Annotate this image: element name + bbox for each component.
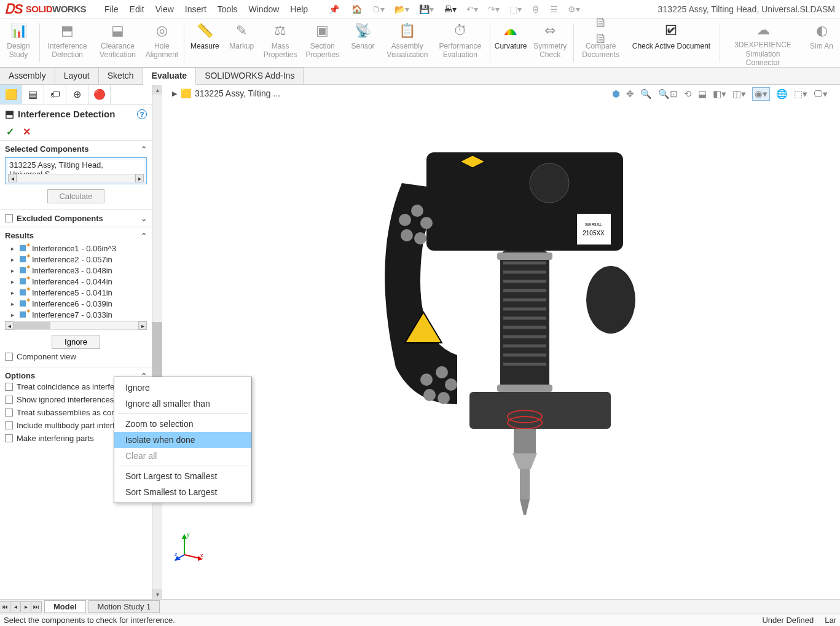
ctx-ignore[interactable]: Ignore (114, 380, 251, 396)
select-icon[interactable]: ⬚▾ (509, 4, 522, 14)
result-item[interactable]: ▸Interference7 - 0.033in (5, 309, 147, 320)
ribbon-performance-evaluation[interactable]: ⏱Performance Evaluation (433, 18, 487, 67)
ribbon-markup[interactable]: ✎Markup (223, 18, 260, 67)
view-orientation-icon[interactable]: ⬢ (612, 88, 620, 100)
chevron-up-icon[interactable]: ⌃ (141, 232, 147, 240)
breadcrumb-expand-icon[interactable]: ▶ (172, 90, 177, 98)
viewport-split-icon[interactable]: 🖵▾ (814, 88, 828, 100)
zoom-area-icon[interactable]: 🔍 (640, 88, 652, 100)
ribbon-measure[interactable]: 📏Measure (186, 18, 223, 67)
scroll-up-icon[interactable]: ▴ (152, 85, 162, 95)
scroll-right-icon[interactable]: ▸ (135, 174, 144, 182)
zoom-window-icon[interactable]: 🔍⊡ (658, 88, 678, 100)
view-cube-icon[interactable]: ◧▾ (713, 88, 726, 100)
ribbon-sensor[interactable]: 📡Sensor (345, 18, 382, 67)
nav-last-icon[interactable]: ⏭ (31, 601, 42, 612)
section-view-icon[interactable]: ⬓ (698, 88, 707, 100)
ribbon-mass-properties[interactable]: ⚖Mass Properties (260, 18, 300, 67)
property-manager-panel: 🟨 ▤ 🏷 ⊕ 🔴 ⬒ Interference Detection ? ✓ ✕… (0, 85, 152, 599)
nav-prev-icon[interactable]: ◂ (10, 601, 21, 612)
appearances-icon[interactable]: 🌐 (776, 88, 788, 100)
help-icon[interactable]: ? (137, 109, 147, 119)
ribbon-assembly-visualization[interactable]: 📋Assembly Visualization (382, 18, 434, 67)
zoom-fit-icon[interactable]: ✥ (626, 88, 634, 100)
calculate-button[interactable]: Calculate (47, 189, 104, 203)
selection-hscrollbar[interactable]: ◂ ▸ (8, 174, 144, 182)
pin-icon[interactable]: 📌 (329, 4, 339, 14)
ctx-ignore-smaller[interactable]: Ignore all smaller than (114, 396, 251, 412)
ribbon-compare-documents[interactable]: 🗎🗎Compare Documents (576, 18, 626, 67)
display-manager-icon[interactable]: 🔴 (88, 85, 111, 104)
opt-make-interfering-checkbox[interactable] (5, 434, 13, 442)
display-style-icon[interactable]: ◫▾ (732, 88, 746, 100)
ctx-sort-smallest[interactable]: Sort Smallest to Largest (114, 484, 251, 500)
opt-show-ignored-checkbox[interactable] (5, 396, 13, 404)
ribbon-hole-alignment[interactable]: ◎Hole Alignment (143, 18, 181, 67)
ribbon-clearance-verification[interactable]: ⬓Clearance Verification (93, 18, 143, 67)
rebuild-icon[interactable]: 🛢 (532, 4, 540, 14)
panel-vscrollbar[interactable]: ▴ ▾ (152, 85, 162, 599)
opt-coincidence-checkbox[interactable] (5, 383, 13, 391)
menu-insert[interactable]: Insert (185, 4, 206, 14)
ribbon-design-study[interactable]: 📊Design Study (0, 18, 37, 67)
home-icon[interactable]: 🏠 (351, 4, 362, 14)
tab-layout[interactable]: Layout (55, 68, 99, 84)
ignore-button[interactable]: Ignore (52, 335, 100, 349)
selected-components-list[interactable]: 313225 Assy, Tilting Head, Universal.S ◂… (5, 157, 147, 184)
chevron-up-icon[interactable]: ⌃ (141, 145, 147, 154)
nav-next-icon[interactable]: ▸ (20, 601, 31, 612)
ctx-isolate-when-done[interactable]: Isolate when done (114, 432, 251, 448)
bottom-tab-motion-study[interactable]: Motion Study 1 (88, 600, 160, 613)
print-icon[interactable]: 🖶▾ (444, 4, 457, 14)
scroll-down-icon[interactable]: ▾ (152, 589, 162, 599)
nav-first-icon[interactable]: ⏮ (0, 601, 10, 612)
scene-icon[interactable]: ◉▾ (752, 87, 770, 101)
feature-manager-icon[interactable]: 🟨 (0, 85, 22, 104)
ribbon-3dexperience[interactable]: ☁︎3DEXPERIENCE Simulation Connector (723, 18, 803, 67)
property-manager-icon[interactable]: ▤ (22, 85, 44, 104)
config-manager-icon[interactable]: 🏷 (44, 85, 66, 104)
component-view-checkbox[interactable] (5, 353, 13, 361)
graphics-viewport[interactable]: ▶ 🟨 313225 Assy, Tilting ... ⬢ ✥ 🔍 🔍⊡ ⟲ … (162, 85, 840, 599)
results-hscrollbar[interactable]: ◂ ▸ (5, 321, 147, 330)
menu-window[interactable]: Window (249, 4, 280, 14)
dimxpert-icon[interactable]: ⊕ (66, 85, 88, 104)
tab-addins[interactable]: SOLIDWORKS Add-Ins (196, 68, 304, 84)
bottom-tab-model[interactable]: Model (44, 600, 86, 613)
breadcrumb-label[interactable]: 313225 Assy, Tilting ... (195, 88, 280, 98)
ctx-sort-largest[interactable]: Sort Largest to Smallest (114, 468, 251, 484)
ribbon-check-active-document[interactable]: 🗹Check Active Document (625, 18, 717, 67)
scroll-right-icon[interactable]: ▸ (138, 321, 147, 330)
opt-multibody-checkbox[interactable] (5, 421, 13, 429)
ribbon-interference-detection[interactable]: ⬒Interference Detection (42, 18, 93, 67)
opt-subassemblies-checkbox[interactable] (5, 409, 13, 417)
redo-icon[interactable]: ↷▾ (488, 4, 500, 14)
scroll-left-icon[interactable]: ◂ (5, 321, 14, 330)
save-icon[interactable]: 💾▾ (419, 4, 434, 14)
cancel-button[interactable]: ✕ (23, 126, 31, 138)
render-icon[interactable]: ⬚▾ (794, 88, 807, 100)
menu-help[interactable]: Help (290, 4, 308, 14)
menu-view[interactable]: View (155, 4, 174, 14)
tab-evaluate[interactable]: Evaluate (143, 68, 197, 85)
prev-view-icon[interactable]: ⟲ (684, 88, 692, 100)
options-list-icon[interactable]: ☰ (550, 4, 558, 14)
tab-sketch[interactable]: Sketch (99, 68, 143, 84)
menu-edit[interactable]: Edit (130, 4, 144, 14)
ctx-zoom-selection[interactable]: Zoom to selection (114, 416, 251, 432)
excluded-checkbox[interactable] (5, 214, 13, 222)
ribbon-symmetry-check[interactable]: ⇔Symmetry Check (529, 18, 571, 67)
undo-icon[interactable]: ↶▾ (466, 4, 478, 14)
ribbon-simulation[interactable]: ◐Sim An (803, 18, 840, 67)
chevron-down-icon[interactable]: ⌄ (141, 214, 147, 223)
settings-gear-icon[interactable]: ⚙▾ (568, 4, 580, 14)
menu-tools[interactable]: Tools (218, 4, 238, 14)
new-icon[interactable]: 🗋▾ (372, 4, 385, 14)
open-icon[interactable]: 📂▾ (394, 4, 409, 14)
ribbon-curvature[interactable]: Curvature (492, 18, 529, 67)
scroll-left-icon[interactable]: ◂ (8, 174, 17, 182)
ok-button[interactable]: ✓ (6, 126, 14, 138)
tab-assembly[interactable]: Assembly (0, 68, 55, 84)
menu-file[interactable]: File (104, 4, 119, 14)
ribbon-section-properties[interactable]: ▣Section Properties (300, 18, 345, 67)
